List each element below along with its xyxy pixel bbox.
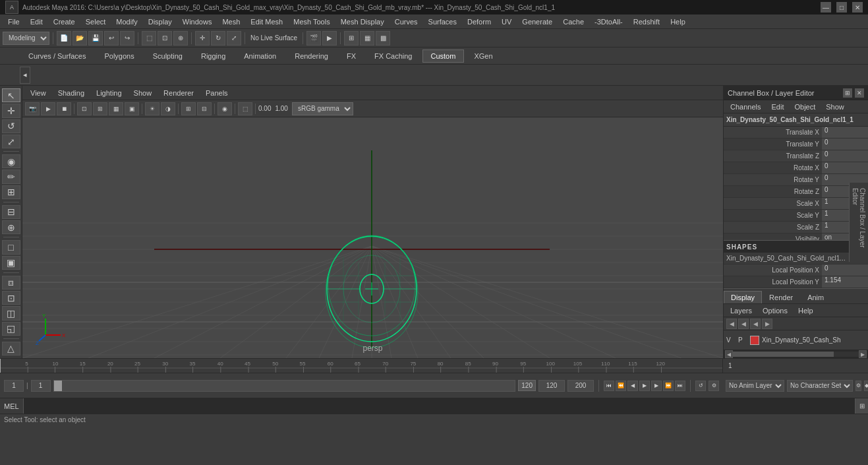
scale-btn[interactable]: ⤢ — [227, 31, 241, 46]
shelf-tab-custom[interactable]: Custom — [422, 49, 465, 63]
redo-btn[interactable]: ↪ — [120, 31, 134, 46]
menu-3dtoall[interactable]: -3DtoAll- — [589, 16, 628, 27]
rotate-btn[interactable]: ↻ — [211, 31, 225, 46]
play-btn[interactable]: ▶ — [639, 381, 650, 391]
ch-menu-edit[interactable]: Edit — [767, 102, 788, 111]
soft-select-tool[interactable]: ◉ — [2, 154, 20, 168]
maya-tool-1[interactable]: △ — [2, 342, 20, 356]
select-tool-btn[interactable]: ⬚ — [142, 31, 156, 46]
paint-btn[interactable]: ⊕ — [173, 31, 188, 46]
attr-scale-y[interactable]: Scale Y 1 — [724, 210, 868, 222]
vp-menu-shading[interactable]: Shading — [54, 88, 88, 98]
vp-flat-btn[interactable]: ▦ — [109, 102, 123, 115]
attr-translate-z[interactable]: Translate Z 0 — [724, 150, 868, 162]
panel-close-btn[interactable]: ✕ — [855, 88, 864, 98]
snap-grid-btn[interactable]: ⊟ — [2, 205, 20, 219]
frame-slider-thumb[interactable] — [54, 381, 62, 391]
menu-display[interactable]: Display — [143, 16, 177, 27]
menu-generate[interactable]: Generate — [517, 16, 558, 27]
go-end-btn[interactable]: ⏭ — [675, 381, 685, 391]
shelf-tab-polygons[interactable]: Polygons — [96, 49, 142, 63]
attribute-editor-tab[interactable]: Channel Box / Layer Editor — [849, 183, 868, 262]
attr-value[interactable]: 1.154 — [822, 276, 868, 288]
viewport-3d[interactable]: persp Y X Z — [22, 117, 723, 358]
attr-rotate-x[interactable]: Rotate X 0 — [724, 162, 868, 174]
viewport[interactable]: View Shading Lighting Show Renderer Pane… — [22, 86, 723, 358]
menu-mesh[interactable]: Mesh — [217, 16, 245, 27]
lay-menu-help[interactable]: Help — [794, 306, 817, 315]
layer-v-label[interactable]: V — [726, 336, 736, 344]
move-btn[interactable]: ✛ — [195, 31, 210, 46]
layer-options-btn[interactable]: ▶ — [762, 319, 772, 329]
shelf-tab-rendering[interactable]: Rendering — [286, 49, 337, 63]
menu-uv[interactable]: UV — [496, 16, 517, 27]
vp-shadow-btn[interactable]: ◑ — [161, 102, 175, 115]
frame-start-input[interactable] — [31, 380, 51, 392]
unknown-tool-4[interactable]: ◱ — [2, 322, 20, 336]
scroll-thumb[interactable] — [733, 352, 834, 357]
vp-grid-btn[interactable]: ⊞ — [181, 102, 196, 115]
show-manip-tool[interactable]: ⊞ — [2, 185, 20, 199]
ch-menu-object[interactable]: Object — [790, 102, 819, 111]
attr-value[interactable]: 0 — [822, 139, 868, 150]
mel-input[interactable] — [24, 398, 855, 414]
mode-select[interactable]: Modeling — [3, 32, 49, 45]
prev-frame-btn[interactable]: ◀ — [627, 381, 638, 391]
attr-rotate-y[interactable]: Rotate Y 0 — [724, 174, 868, 186]
vp-menu-panels[interactable]: Panels — [202, 88, 232, 98]
render-btn[interactable]: 🎬 — [306, 31, 321, 46]
vp-menu-lighting[interactable]: Lighting — [92, 88, 126, 98]
menu-windows[interactable]: Windows — [177, 16, 217, 27]
anim-key-btn[interactable]: ◆ — [864, 381, 868, 391]
panel-scrollbar[interactable]: ◀ ▶ — [724, 350, 868, 358]
attr-value[interactable]: 0 — [822, 162, 868, 173]
unknown-tool-1[interactable]: ⧈ — [2, 276, 20, 290]
close-button[interactable]: ✕ — [852, 2, 863, 13]
gamma-select[interactable]: sRGB gamma — [292, 102, 353, 115]
menu-curves[interactable]: Curves — [390, 16, 423, 27]
loop-btn[interactable]: ↺ — [695, 381, 706, 391]
ch-menu-channels[interactable]: Channels — [726, 102, 765, 111]
frame-current-input[interactable] — [4, 380, 24, 392]
shelf-tab-fx-caching[interactable]: FX Caching — [366, 49, 420, 63]
vp-xray-btn[interactable]: ◉ — [217, 102, 232, 115]
vp-play-btn[interactable]: ▶ — [41, 102, 55, 115]
menu-deform[interactable]: Deform — [462, 16, 496, 27]
vp-menu-show[interactable]: Show — [130, 88, 156, 98]
display-btn2[interactable]: ▦ — [360, 31, 374, 46]
vp-smooth-btn[interactable]: ⊞ — [93, 102, 107, 115]
go-start-btn[interactable]: ⏮ — [604, 381, 614, 391]
vp-light-btn[interactable]: ☀ — [145, 102, 159, 115]
menu-edit[interactable]: Edit — [25, 16, 48, 27]
shelf-tab-xgen[interactable]: XGen — [465, 49, 501, 63]
menu-redshift[interactable]: Redshift — [628, 16, 665, 27]
menu-help[interactable]: Help — [665, 16, 691, 27]
vp-stop-btn[interactable]: ⏹ — [57, 102, 71, 115]
layer-remove-btn[interactable]: ◀ — [750, 319, 761, 329]
attr-value[interactable]: 0 — [822, 264, 868, 276]
attr-scale-z[interactable]: Scale Z 1 — [724, 222, 868, 233]
unknown-tool-2[interactable]: ⊡ — [2, 291, 20, 305]
unknown-tool-3[interactable]: ◫ — [2, 306, 20, 320]
anim-layer-select[interactable]: No Anim Layer — [726, 380, 784, 392]
attr-scale-x[interactable]: Scale X 1 — [724, 198, 868, 210]
display-tab-display[interactable]: Display — [724, 291, 762, 303]
minimize-button[interactable]: — — [821, 2, 831, 13]
vp-tex-btn[interactable]: ▣ — [125, 102, 139, 115]
attr-value[interactable]: 0 — [822, 127, 868, 138]
scroll-track[interactable] — [733, 352, 859, 357]
shapes-name-row[interactable]: Xin_Dynasty_50_Cash_Shi_Gold_ncl1... — [724, 253, 868, 264]
display-btn1[interactable]: ⊞ — [344, 31, 359, 46]
frame-slider-max[interactable]: 120 — [518, 380, 536, 391]
menu-create[interactable]: Create — [48, 16, 80, 27]
camera-btn[interactable]: □ — [2, 240, 20, 254]
lasso-btn[interactable]: ⊡ — [158, 31, 172, 46]
attr-translate-x[interactable]: Translate X 0 — [724, 127, 868, 139]
lay-menu-layers[interactable]: Layers — [726, 306, 756, 315]
shelf-tab-sculpting[interactable]: Sculpting — [144, 49, 191, 63]
scroll-left-btn[interactable]: ◀ — [725, 350, 733, 358]
scale-tool[interactable]: ⤢ — [2, 135, 20, 148]
layer-p-label[interactable]: P — [738, 336, 747, 344]
menu-mesh-tools[interactable]: Mesh Tools — [288, 16, 335, 27]
frame-end2-input[interactable] — [567, 380, 594, 392]
